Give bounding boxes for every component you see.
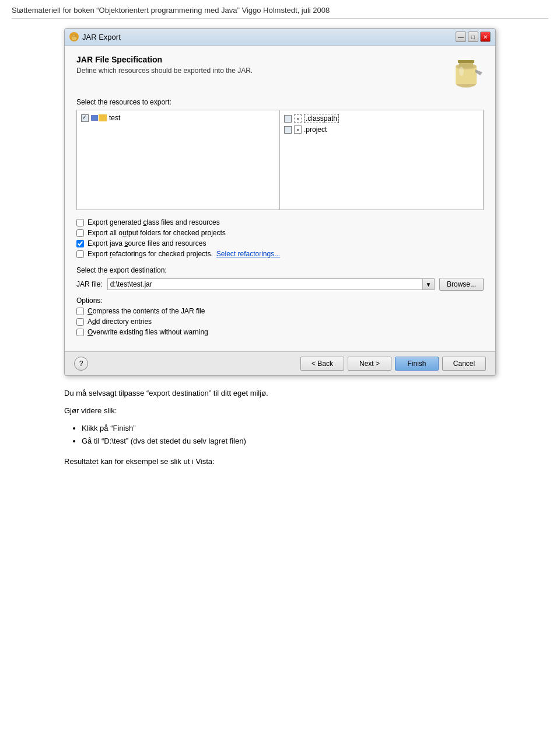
titlebar-left: JAR Export — [69, 32, 121, 41]
tree-checkbox-test[interactable] — [81, 114, 89, 122]
jar-dropdown-button[interactable]: ▼ — [422, 279, 434, 289]
help-button[interactable]: ? — [74, 357, 88, 371]
cb-overwrite-label: Overwrite existing files without warning — [88, 328, 208, 336]
opt-row-3: Overwrite existing files without warning — [76, 328, 484, 336]
cb-directory[interactable] — [76, 318, 84, 326]
footer-buttons: < Back Next > Finish Cancel — [300, 357, 486, 371]
tree-checkbox-classpath[interactable] — [284, 115, 292, 123]
folder-icon-yellow — [99, 114, 107, 121]
jar-row: JAR file: ▼ Browse... — [76, 278, 484, 291]
spec-header-text: JAR File Specification Define which reso… — [76, 55, 253, 75]
dest-section: Select the export destination: JAR file:… — [76, 266, 484, 291]
cb-output-folders-label: Export all output folders for checked pr… — [88, 229, 226, 237]
tree-checkbox-project[interactable] — [284, 126, 292, 134]
options-section: Options: Compress the contents of the JA… — [76, 296, 484, 336]
titlebar-buttons: — □ ✕ — [456, 32, 491, 42]
folder-icon-blue — [91, 115, 98, 121]
jar-file-input[interactable] — [108, 279, 422, 289]
jar-icon — [449, 55, 484, 90]
spec-header: JAR File Specification Define which reso… — [76, 55, 484, 90]
cb-source-files-label: Export java source files and resources — [88, 239, 206, 247]
bullet-1: Klikk på “Finish” — [82, 422, 496, 435]
minimize-button[interactable]: — — [456, 32, 466, 42]
page-header: Støttemateriell for boken “Objektoriente… — [12, 6, 548, 19]
dialog-titlebar: JAR Export — □ ✕ — [65, 29, 495, 46]
svg-point-9 — [459, 67, 464, 76]
check-row-2: Export all output folders for checked pr… — [76, 229, 484, 237]
bullet-2: Gå til “D:\test” (dvs det stedet du selv… — [82, 435, 496, 448]
tree-label-classpath: .classpath — [304, 114, 339, 123]
resources-label: Select the resources to export: — [76, 98, 484, 106]
tree-item-test[interactable]: test — [79, 113, 277, 123]
dialog-window: JAR Export — □ ✕ JAR File Specification … — [64, 28, 496, 376]
resources-section: Select the resources to export: test — [76, 98, 484, 210]
close-button[interactable]: ✕ — [480, 32, 491, 42]
cb-compress[interactable] — [76, 308, 84, 315]
svg-rect-2 — [72, 36, 76, 36]
below-text-3: Resultatet kan for eksempel se slik ut i… — [64, 456, 496, 468]
tree-label-test: test — [109, 114, 120, 122]
opt-row-2: Add directory entries — [76, 318, 484, 326]
check-row-1: Export generated class files and resourc… — [76, 218, 484, 226]
tree-panel-left: test — [77, 110, 280, 210]
cb-directory-label: Add directory entries — [88, 318, 152, 326]
dest-label: Select the export destination: — [76, 266, 484, 274]
browse-button[interactable]: Browse... — [439, 278, 484, 291]
tree-panel-right: ≡ .classpath ≡ .project — [280, 110, 483, 210]
back-button[interactable]: < Back — [300, 357, 344, 371]
cb-compress-label: Compress the contents of the JAR file — [88, 307, 205, 315]
options-label: Options: — [76, 296, 484, 305]
dialog-title: JAR Export — [82, 33, 121, 41]
file-icon-project: ≡ — [294, 125, 302, 134]
cb-overwrite[interactable] — [76, 329, 84, 336]
folder-icon — [91, 114, 107, 121]
dialog-icon — [69, 32, 79, 41]
jar-input-wrapper: ▼ — [107, 278, 435, 290]
cb-source-files[interactable] — [76, 240, 84, 247]
next-button[interactable]: Next > — [348, 357, 391, 371]
export-checkboxes-section: Export generated class files and resourc… — [76, 218, 484, 258]
dialog-body: JAR File Specification Define which reso… — [65, 46, 495, 351]
file-icon-classpath: ≡ — [294, 114, 302, 123]
cb-refactorings[interactable] — [76, 250, 84, 258]
cb-refactorings-label: Export refactorings for checked projects… — [88, 250, 213, 258]
jar-file-label: JAR file: — [76, 280, 103, 288]
opt-row-1: Compress the contents of the JAR file — [76, 307, 484, 315]
spec-subheading: Define which resources should be exporte… — [76, 67, 253, 75]
below-text-2: Gjør videre slik: — [64, 405, 496, 417]
svg-rect-8 — [458, 60, 474, 63]
bullet-list: Klikk på “Finish” Gå til “D:\test” (dvs … — [82, 422, 496, 448]
cb-class-files-label: Export generated class files and resourc… — [88, 218, 220, 226]
check-row-3: Export java source files and resources — [76, 239, 484, 247]
below-text-1: Du må selvsagt tilpasse “export destinat… — [64, 388, 496, 399]
cb-class-files[interactable] — [76, 219, 84, 226]
finish-button[interactable]: Finish — [395, 357, 439, 371]
cb-output-folders[interactable] — [76, 229, 84, 237]
tree-panels: test ≡ .classpath ≡ .project — [76, 110, 484, 210]
tree-item-classpath[interactable]: ≡ .classpath — [282, 113, 481, 124]
dialog-footer: ? < Back Next > Finish Cancel — [65, 351, 495, 375]
cancel-button[interactable]: Cancel — [442, 357, 486, 371]
tree-label-project: .project — [304, 125, 327, 134]
check-row-4: Export refactorings for checked projects… — [76, 250, 484, 258]
tree-item-project[interactable]: ≡ .project — [282, 124, 481, 135]
restore-button[interactable]: □ — [468, 32, 478, 42]
spec-heading: JAR File Specification — [76, 55, 253, 64]
page-content: Du må selvsagt tilpasse “export destinat… — [64, 388, 496, 468]
select-refactorings-link[interactable]: Select refactorings... — [216, 250, 280, 258]
